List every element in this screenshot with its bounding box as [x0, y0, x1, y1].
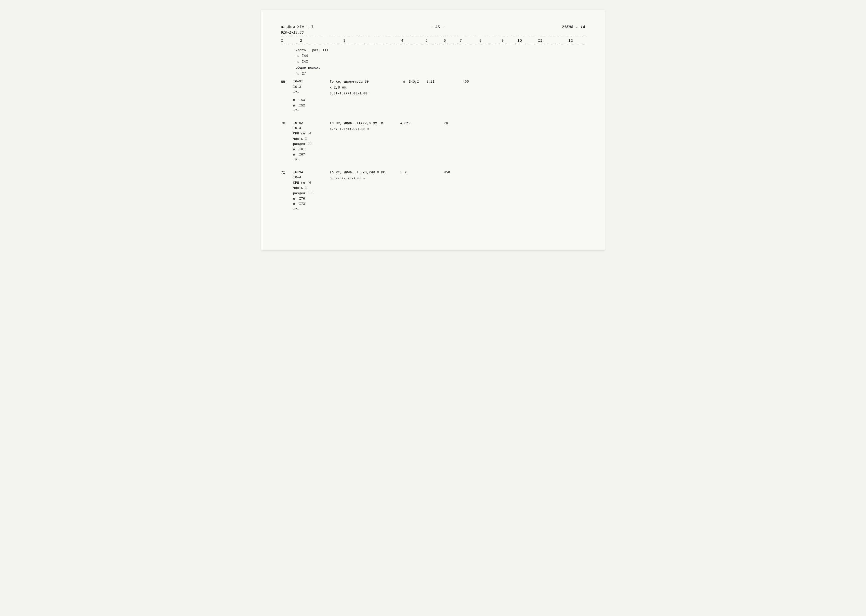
entry-70-ref-4: часть I — [293, 136, 330, 142]
entry-69-ref-3: –"– — [293, 90, 330, 95]
col-header-12: I2 — [552, 39, 573, 43]
entry-71-num: 7I. — [281, 170, 293, 212]
entry-70-ref-7: п. I67 — [293, 152, 330, 157]
header-page-num: – 45 – — [431, 25, 445, 30]
header: альбом XIV ч I 810-1-13.86 – 45 – 21598 … — [281, 25, 585, 35]
col-header-3: 3 — [329, 39, 397, 43]
col-header-2: 2 — [293, 39, 330, 43]
entry-71-ref-8: –"– — [293, 207, 330, 212]
entry-71-ref-2: IO–4 — [293, 175, 330, 180]
entry-69-main-row: То же, диаметром 89 м I45,I 3,2I 466 — [329, 79, 585, 85]
entry-71-val3: 458 — [444, 170, 456, 175]
section-note-line-1: часть I раз. III — [296, 47, 585, 53]
entry-70-ref-8: –"– — [293, 157, 330, 163]
entry-71-formula: 6,32–3+2,23хI,08 = — [329, 176, 585, 181]
col-header-6: 6 — [439, 39, 457, 43]
header-divider — [281, 37, 585, 37]
col-header-5: 5 — [421, 39, 439, 43]
entry-69-num: 69. — [281, 79, 293, 113]
entry-69: 69. I6–9I IO–3 –"– п. I54 п. I52 –"– То … — [281, 79, 585, 113]
entry-69-ref-6: –"– — [293, 108, 330, 113]
col-header-10: IO — [515, 39, 533, 43]
entry-70-formula: 4,57–I,76+I,9хI,08 = — [329, 127, 585, 132]
entry-69-ref-5: п. I52 — [293, 103, 330, 108]
entry-70-ref-6: п. I6I — [293, 147, 330, 152]
entry-70-val3: 78 — [444, 120, 456, 126]
entry-69-formula: 3,3I–I,27+I,08хI,08= — [329, 91, 585, 96]
col-header-1: I — [281, 39, 293, 43]
entry-69-ref-1: I6–9I — [293, 79, 330, 84]
entry-71-val1: 5,73 — [400, 170, 415, 175]
entry-70-ref-1: I6–92 — [293, 120, 330, 126]
entry-70-val1: 4,862 — [400, 120, 415, 126]
entry-70-ref: I6–92 IO–4 СРЦ гл. 4 часть I раздел III … — [293, 120, 330, 163]
section-note-line-4: общие полож. — [296, 65, 585, 71]
entry-70-main-row: То же, диам. II4х2,8 мм I6 4,862 78 — [329, 120, 585, 126]
entry-69-ref-4: п. I54 — [293, 97, 330, 103]
entry-70-desc: То же, диам. II4х2,8 мм I6 4,862 78 4,57… — [329, 120, 585, 163]
header-doc-num: 21598 - 14 — [562, 25, 585, 30]
header-album: альбом XIV ч I — [281, 25, 313, 30]
entry-69-val1: I45,I — [409, 79, 424, 85]
entry-71-ref-5: раздел III — [293, 191, 330, 196]
section-note-line-5: п. 27 — [296, 71, 585, 77]
col-header-9: 9 — [497, 39, 515, 43]
entry-71-main-row: То же, диам. I59х3,2мм м 80 5,73 458 — [329, 170, 585, 175]
entry-69-desc-text: То же, диаметром 89 — [329, 79, 393, 85]
entry-71-ref-7: п. I73 — [293, 201, 330, 207]
entry-69-cont-row: х 2,8 мм — [329, 85, 585, 91]
col-header-11: II — [533, 39, 551, 43]
column-headers-row: I 2 3 4 5 6 7 8 9 IO II I2 — [281, 39, 585, 44]
entry-69-ref: I6–9I IO–3 –"– п. I54 п. I52 –"– — [293, 79, 330, 113]
entry-70-ref-2: IO–4 — [293, 126, 330, 131]
col-header-8: 8 — [472, 39, 497, 43]
entry-70-ref-5: раздел III — [293, 141, 330, 147]
entry-69-val2: 3,2I — [427, 79, 439, 85]
section-note-line-2: п. I44 — [296, 53, 585, 59]
entry-71-desc-text: То же, диам. I59х3,2мм м 80 — [329, 170, 393, 175]
entry-69-val3: 466 — [463, 79, 475, 85]
entry-69-col-m: м — [403, 79, 405, 85]
entry-69-desc: То же, диаметром 89 м I45,I 3,2I 466 х 2… — [329, 79, 585, 113]
entry-71-ref: I6–94 IO–4 СРЦ гл. 4 часть I раздел III … — [293, 170, 330, 212]
entry-71-ref-4: часть I — [293, 185, 330, 191]
section-note-line-3: п. I4I — [296, 59, 585, 65]
entry-70: 70. I6–92 IO–4 СРЦ гл. 4 часть I раздел … — [281, 120, 585, 163]
header-left: альбом XIV ч I 810-1-13.86 — [281, 25, 313, 35]
entry-70-ref-3: СРЦ гл. 4 — [293, 131, 330, 136]
col-header-4: 4 — [397, 39, 421, 43]
entry-71-desc: То же, диам. I59х3,2мм м 80 5,73 458 6,3… — [329, 170, 585, 212]
entry-70-desc-text: То же, диам. II4х2,8 мм I6 — [329, 120, 393, 126]
entry-71: 7I. I6–94 IO–4 СРЦ гл. 4 часть I раздел … — [281, 170, 585, 212]
col-header-7: 7 — [457, 39, 472, 43]
entry-69-ref-2: IO–3 — [293, 84, 330, 90]
section-note: часть I раз. III п. I44 п. I4I общие пол… — [296, 47, 585, 77]
document-page: альбом XIV ч I 810-1-13.86 – 45 – 21598 … — [261, 10, 605, 250]
entry-70-num: 70. — [281, 120, 293, 163]
entry-71-ref-6: п. I76 — [293, 196, 330, 201]
header-code: 810-1-13.86 — [281, 30, 313, 35]
entry-71-ref-1: I6–94 — [293, 170, 330, 175]
entry-71-ref-3: СРЦ гл. 4 — [293, 180, 330, 185]
